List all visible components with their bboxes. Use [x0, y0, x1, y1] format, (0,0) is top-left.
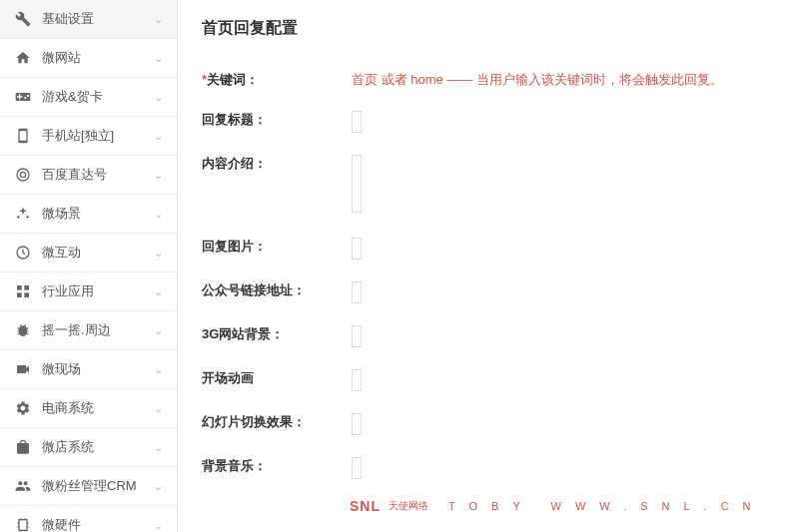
svg-point-0: [17, 169, 29, 181]
field-label: 3G网站背景：: [202, 325, 352, 343]
text-input[interactable]: [352, 369, 362, 391]
field-label: 开场动画: [202, 369, 352, 387]
field-control: [352, 111, 775, 133]
field-control: [352, 457, 775, 479]
sidebar-item-label: 电商系统: [42, 399, 154, 417]
field-control: [352, 155, 775, 216]
main-panel: 首页回复配置 *关键词：首页 或者 home —— 当用户输入该关键词时，将会触…: [178, 0, 799, 532]
svg-rect-4: [24, 285, 29, 290]
target-icon: [14, 166, 32, 184]
field-label: 回复图片：: [202, 238, 352, 256]
chevron-down-icon: ⌄: [154, 130, 163, 143]
watermark-logo: SNL: [350, 498, 381, 514]
gear-icon: [14, 399, 32, 417]
phone-icon: [14, 127, 32, 145]
sidebar-item-label: 微店系统: [42, 438, 154, 456]
sidebar-item-label: 游戏&贺卡: [42, 88, 154, 106]
sidebar-item-label: 微网站: [42, 49, 154, 67]
svg-rect-6: [24, 292, 29, 297]
bug-icon: [14, 321, 32, 339]
sidebar-item-label: 微现场: [42, 360, 154, 378]
watermark: SNL 天使网络 TOBY WWW.SNL.CN: [350, 498, 765, 514]
sidebar-item-12[interactable]: 微粉丝管理CRM⌄: [0, 467, 177, 506]
field-label: 回复标题：: [202, 111, 352, 129]
form-row-2: 内容介绍：: [202, 155, 775, 216]
sidebar-item-10[interactable]: 电商系统⌄: [0, 389, 177, 428]
chevron-down-icon: ⌄: [154, 519, 163, 532]
sidebar-item-label: 微硬件: [42, 516, 154, 532]
watermark-url: TOBY WWW.SNL.CN: [448, 500, 765, 512]
field-label: 内容介绍：: [202, 155, 352, 173]
sidebar-item-4[interactable]: 百度直达号⌄: [0, 156, 177, 195]
chevron-down-icon: ⌄: [154, 441, 163, 454]
form-row-6: 开场动画: [202, 369, 775, 391]
form-row-4: 公众号链接地址：: [202, 281, 775, 303]
sidebar-item-label: 摇一摇.周边: [42, 321, 154, 339]
sidebar-item-label: 微粉丝管理CRM: [42, 477, 154, 495]
sidebar-item-label: 手机站[独立]: [42, 127, 154, 145]
chevron-down-icon: ⌄: [154, 285, 163, 298]
sidebar-item-7[interactable]: 行业应用⌄: [0, 272, 177, 311]
chevron-down-icon: ⌄: [154, 13, 163, 26]
field-label: 公众号链接地址：: [202, 281, 352, 299]
gamepad-icon: [14, 88, 32, 106]
sparkle-icon: [14, 205, 32, 223]
text-input[interactable]: [352, 238, 362, 260]
sidebar-item-0[interactable]: 基础设置⌄: [0, 0, 177, 39]
sidebar-item-2[interactable]: 游戏&贺卡⌄: [0, 78, 177, 117]
config-form: *关键词：首页 或者 home —— 当用户输入该关键词时，将会触发此回复。回复…: [202, 71, 775, 479]
sidebar-item-label: 微场景: [42, 205, 154, 223]
chevron-down-icon: ⌄: [154, 480, 163, 493]
textarea-input[interactable]: [352, 155, 362, 213]
field-control: [352, 369, 775, 391]
form-row-5: 3G网站背景：: [202, 325, 775, 347]
sidebar-item-11[interactable]: 微店系统⌄: [0, 428, 177, 467]
field-label: 背景音乐：: [202, 457, 352, 475]
wrench-icon: [14, 10, 32, 28]
sidebar-item-13[interactable]: 微硬件⌄: [0, 506, 177, 532]
chevron-down-icon: ⌄: [154, 91, 163, 104]
users-icon: [14, 477, 32, 495]
text-input[interactable]: [352, 413, 362, 435]
sidebar-item-label: 行业应用: [42, 282, 154, 300]
field-control: [352, 281, 775, 303]
chevron-down-icon: ⌄: [154, 208, 163, 221]
form-row-0: *关键词：首页 或者 home —— 当用户输入该关键词时，将会触发此回复。: [202, 71, 775, 89]
sidebar-item-5[interactable]: 微场景⌄: [0, 195, 177, 234]
chevron-down-icon: ⌄: [154, 363, 163, 376]
chevron-down-icon: ⌄: [154, 52, 163, 65]
required-marker: *: [202, 72, 207, 87]
app-root: 基础设置⌄微网站⌄游戏&贺卡⌄手机站[独立]⌄百度直达号⌄微场景⌄微互动⌄行业应…: [0, 0, 799, 532]
chevron-down-icon: ⌄: [154, 324, 163, 337]
svg-point-1: [20, 172, 25, 177]
sidebar-item-8[interactable]: 摇一摇.周边⌄: [0, 311, 177, 350]
sidebar-item-3[interactable]: 手机站[独立]⌄: [0, 117, 177, 156]
field-control: [352, 413, 775, 435]
text-input[interactable]: [352, 457, 362, 479]
sidebar-item-label: 百度直达号: [42, 166, 154, 184]
page-title: 首页回复配置: [202, 18, 775, 49]
form-row-1: 回复标题：: [202, 111, 775, 133]
sidebar-item-label: 基础设置: [42, 10, 154, 28]
field-control: 首页 或者 home —— 当用户输入该关键词时，将会触发此回复。: [352, 71, 775, 89]
watermark-cn: 天使网络: [389, 499, 428, 513]
text-input[interactable]: [352, 281, 362, 303]
text-input[interactable]: [352, 111, 362, 133]
form-row-7: 幻灯片切换效果：: [202, 413, 775, 435]
sidebar-item-1[interactable]: 微网站⌄: [0, 39, 177, 78]
sidebar-item-6[interactable]: 微互动⌄: [0, 234, 177, 272]
keyword-hint: 首页 或者 home —— 当用户输入该关键词时，将会触发此回复。: [352, 72, 723, 87]
sidebar-item-label: 微互动: [42, 244, 154, 262]
field-control: [352, 325, 775, 347]
form-row-8: 背景音乐：: [202, 457, 775, 479]
home-icon: [14, 49, 32, 67]
text-input[interactable]: [352, 325, 362, 347]
field-label: *关键词：: [202, 71, 352, 89]
sidebar-item-9[interactable]: 微现场⌄: [0, 350, 177, 389]
sidebar: 基础设置⌄微网站⌄游戏&贺卡⌄手机站[独立]⌄百度直达号⌄微场景⌄微互动⌄行业应…: [0, 0, 178, 532]
form-row-3: 回复图片：: [202, 238, 775, 260]
clock-icon: [14, 244, 32, 262]
chevron-down-icon: ⌄: [154, 402, 163, 415]
chip-icon: [14, 516, 32, 532]
field-label: 幻灯片切换效果：: [202, 413, 352, 431]
